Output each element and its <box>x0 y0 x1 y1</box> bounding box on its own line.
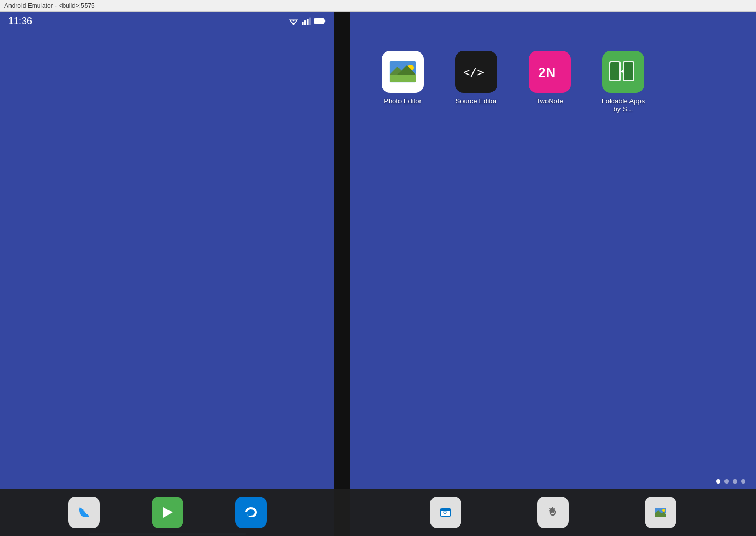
svg-point-44 <box>662 509 665 512</box>
foldable-icon <box>602 51 644 93</box>
svg-rect-6 <box>307 19 309 25</box>
dock-edge[interactable] <box>235 497 267 528</box>
gallery-icon <box>651 503 670 522</box>
foldable-icon-wrapper <box>602 51 644 93</box>
foldable-svg <box>605 56 642 88</box>
svg-rect-7 <box>309 18 311 25</box>
twonote-svg: 2N <box>531 56 568 88</box>
edge-icon <box>242 503 260 522</box>
source-editor-icon-wrapper: </> <box>455 51 497 93</box>
settings-icon <box>543 503 562 522</box>
left-screen: 11:36 <box>0 12 334 536</box>
wifi-icon <box>288 17 299 25</box>
dock-right: O <box>350 497 756 528</box>
page-dot-1 <box>716 479 720 484</box>
app-foldable[interactable]: Foldable Apps by S... <box>597 51 649 113</box>
status-time: 11:36 <box>8 16 32 27</box>
source-editor-icon: </> <box>455 51 497 93</box>
svg-rect-26 <box>624 62 633 80</box>
photo-editor-svg <box>387 59 418 85</box>
svg-rect-24 <box>610 62 620 80</box>
svg-rect-5 <box>304 20 307 25</box>
foldable-label: Foldable Apps by S... <box>600 97 647 113</box>
svg-rect-4 <box>302 22 304 25</box>
playstore-icon <box>158 503 177 522</box>
dock-settings[interactable] <box>537 497 569 528</box>
svg-text:</>: </> <box>463 66 484 79</box>
twonote-icon-wrapper: 2N <box>529 51 571 93</box>
dock-outlook[interactable]: O <box>430 497 461 528</box>
title-bar: Android Emulator - <build>:5575 <box>0 0 756 12</box>
right-screen: Photo Editor </> Source Editor <box>350 12 756 536</box>
svg-text:2N: 2N <box>538 65 555 80</box>
svg-rect-37 <box>441 509 450 511</box>
dock-playstore[interactable] <box>152 497 183 528</box>
photo-editor-icon-wrapper <box>382 51 424 93</box>
phone-icon <box>75 503 93 522</box>
page-dot-2 <box>724 479 729 484</box>
outlook-icon: O <box>436 503 455 522</box>
left-status-bar: 11:36 <box>0 12 334 30</box>
photo-editor-icon <box>382 51 424 93</box>
svg-rect-32 <box>242 503 260 522</box>
twonote-label: TwoNote <box>536 97 563 105</box>
status-icons <box>288 17 326 25</box>
page-dot-3 <box>733 479 737 484</box>
dock-left <box>0 497 334 528</box>
dock-phone[interactable] <box>68 497 100 528</box>
page-dot-4 <box>741 479 746 484</box>
app-photo-editor[interactable]: Photo Editor <box>376 51 429 113</box>
app-twonote[interactable]: 2N TwoNote <box>523 51 576 113</box>
app-grid: Photo Editor </> Source Editor <box>376 51 649 113</box>
page-indicator <box>716 479 746 484</box>
source-editor-label: Source Editor <box>456 97 497 105</box>
svg-rect-9 <box>324 19 326 22</box>
signal-icon <box>302 17 311 25</box>
dock: O <box>0 489 756 536</box>
battery-icon <box>314 17 326 25</box>
dock-gallery[interactable] <box>645 497 676 528</box>
app-source-editor[interactable]: </> Source Editor <box>450 51 502 113</box>
emulator: 11:36 <box>0 12 756 536</box>
svg-point-3 <box>292 24 294 25</box>
svg-rect-10 <box>315 19 324 23</box>
photo-editor-label: Photo Editor <box>384 97 422 105</box>
twonote-icon: 2N <box>529 51 571 93</box>
hinge <box>334 12 350 536</box>
window-title: Android Emulator - <build>:5575 <box>4 2 95 9</box>
source-editor-svg: </> <box>458 56 495 88</box>
svg-rect-17 <box>390 75 416 82</box>
